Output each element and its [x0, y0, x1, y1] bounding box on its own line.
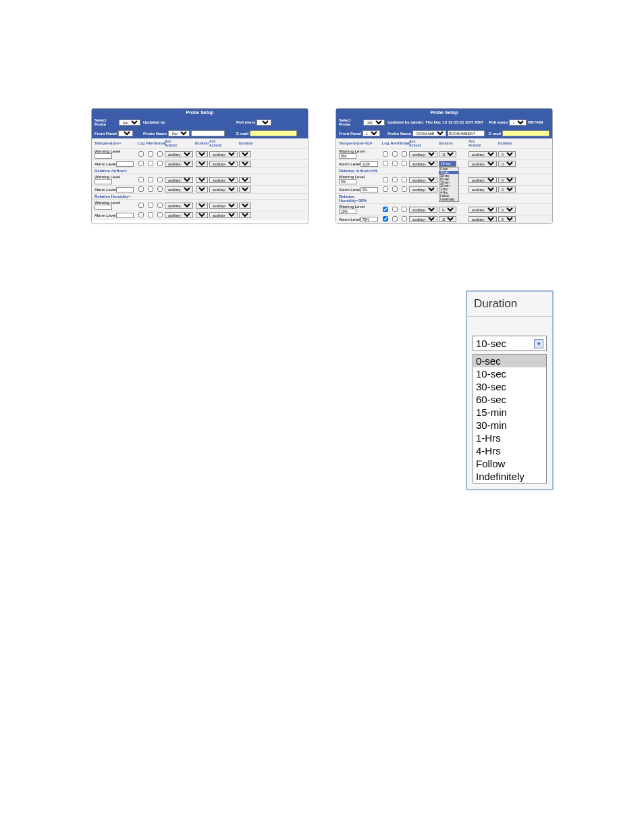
warning-airflow-input[interactable] [339, 179, 356, 184]
alert-checkbox[interactable] [148, 186, 153, 192]
warning-temp-input[interactable] [339, 153, 356, 159]
email-input[interactable] [250, 130, 297, 136]
aux2-select[interactable]: auxiliary-1 [209, 212, 238, 218]
aux1-select[interactable]: auxiliary-1 [165, 203, 193, 209]
aux1-select[interactable]: auxiliary-1 [409, 161, 437, 167]
log-checkbox[interactable] [138, 177, 144, 182]
duration-option[interactable]: 30-min [473, 419, 546, 432]
alert-checkbox[interactable] [148, 161, 153, 166]
duration-option[interactable]: 0-sec [473, 355, 546, 367]
duration-dropdown-list-open[interactable]: 0-sec10-sec30-sec60-sec15-min30-min1-Hrs… [439, 167, 459, 202]
email-checkbox[interactable] [402, 161, 407, 166]
alert-checkbox[interactable] [392, 151, 398, 157]
alarm-temp-input[interactable] [116, 161, 134, 167]
aux1-select[interactable]: auxiliary-1 [409, 177, 437, 183]
warning-airflow-input[interactable] [95, 179, 112, 184]
log-checkbox[interactable] [383, 177, 388, 182]
dur2-select[interactable]: 0-sec [498, 177, 516, 183]
dur2-select[interactable]: 0-sec [498, 216, 516, 222]
dur2-select[interactable] [239, 177, 251, 183]
duration-option[interactable]: Follow [473, 457, 546, 470]
email-checkbox[interactable] [157, 161, 163, 166]
alarm-humidity-input[interactable] [116, 213, 134, 218]
alarm-airflow-input[interactable] [360, 187, 378, 192]
email-checkbox[interactable] [402, 151, 407, 157]
alert-checkbox[interactable] [392, 207, 398, 212]
duration-option[interactable]: 15-min [473, 406, 546, 419]
select-probe-dropdown[interactable]: 201123 [363, 120, 385, 126]
dur2-select[interactable]: 0-sec [498, 151, 516, 157]
dur2-select[interactable] [239, 212, 251, 218]
aux1-select[interactable]: auxiliary-3 [409, 216, 437, 222]
duration-option[interactable]: 4-Hrs [473, 444, 546, 457]
aux2-select[interactable]: auxiliary-1 [209, 151, 238, 157]
aux2-select[interactable]: auxiliary-1 [468, 177, 497, 183]
log-checkbox[interactable] [138, 161, 144, 166]
select-probe-dropdown[interactable]: None [119, 120, 140, 126]
dur2-select[interactable] [239, 161, 251, 167]
alert-checkbox[interactable] [148, 177, 153, 182]
alert-checkbox[interactable] [148, 203, 153, 208]
email-checkbox[interactable] [402, 216, 407, 221]
dur1-select[interactable] [196, 151, 208, 157]
dur2-select[interactable] [239, 203, 251, 209]
alert-checkbox[interactable] [392, 161, 398, 166]
front-panel-dropdown[interactable]: LED 1 [363, 130, 380, 136]
dur1-select[interactable] [196, 212, 208, 218]
dur1-select[interactable]: 10-sec [439, 151, 456, 157]
log-checkbox[interactable] [383, 161, 388, 166]
aux2-select[interactable]: auxiliary-1 [209, 161, 238, 167]
email-checkbox[interactable] [157, 151, 163, 157]
aux2-select[interactable]: auxiliary-1 [209, 203, 238, 209]
dur1-select[interactable] [196, 203, 208, 209]
log-checkbox[interactable] [383, 207, 388, 212]
duration-popup-list[interactable]: 0-sec10-sec30-sec60-sec15-min30-min1-Hrs… [473, 354, 547, 484]
warning-humidity-input[interactable] [95, 205, 112, 210]
aux2-select[interactable]: auxiliary-1 [209, 177, 238, 183]
email-checkbox[interactable] [157, 177, 163, 182]
alert-checkbox[interactable] [392, 186, 398, 192]
duration-popup-select[interactable]: 10-sec ▾ [473, 336, 547, 351]
warning-humidity-input[interactable] [339, 209, 356, 214]
alarm-airflow-input[interactable] [116, 187, 134, 192]
email-checkbox[interactable] [157, 212, 163, 217]
aux1-select[interactable]: auxiliary-1 [165, 161, 193, 167]
aux2-select[interactable]: auxiliary-1 [468, 216, 497, 222]
poll-every-dropdown[interactable]: 4-Hrs [509, 120, 527, 126]
email-checkbox[interactable] [402, 207, 407, 212]
duration-option[interactable]: 1-Hrs [473, 432, 546, 444]
aux1-select[interactable]: auxiliary-1 [165, 151, 193, 157]
log-checkbox[interactable] [383, 151, 388, 157]
dur2-select[interactable]: 0-sec [498, 207, 516, 213]
aux1-select[interactable]: auxiliary-1 [409, 186, 437, 192]
aux2-select[interactable]: auxiliary-1 [468, 161, 497, 167]
aux1-select[interactable]: auxiliary-1 [409, 207, 437, 213]
dur2-select[interactable] [239, 151, 251, 157]
duration-option[interactable]: 60-sec [473, 393, 546, 406]
dur1-select-open[interactable]: 10-sec [439, 161, 456, 167]
probe-name-dropdown[interactable]: ROOM AMBIENT [412, 130, 446, 136]
aux1-select[interactable]: auxiliary-1 [165, 186, 193, 192]
log-checkbox[interactable] [383, 186, 388, 192]
dur1-select[interactable] [196, 186, 208, 192]
aux1-select[interactable]: auxiliary-1 [409, 151, 437, 157]
dur2-select[interactable]: 0-sec [498, 161, 516, 167]
alert-checkbox[interactable] [392, 177, 398, 182]
aux2-select[interactable]: auxiliary-1 [209, 186, 238, 192]
dur1-select[interactable]: 10-sec [439, 216, 456, 222]
log-checkbox[interactable] [138, 186, 144, 192]
front-panel-dropdown[interactable] [118, 130, 133, 136]
log-checkbox[interactable] [383, 216, 388, 221]
aux1-select[interactable]: auxiliary-1 [165, 177, 193, 183]
email-checkbox[interactable] [402, 177, 407, 182]
duration-option[interactable]: 10-sec [473, 367, 546, 380]
email-checkbox[interactable] [157, 203, 163, 208]
email-input[interactable] [502, 130, 549, 136]
aux2-select[interactable]: auxiliary-1 [468, 186, 497, 192]
aux1-select[interactable]: auxiliary-1 [165, 212, 193, 218]
alert-checkbox[interactable] [148, 151, 153, 157]
alert-checkbox[interactable] [148, 212, 153, 217]
probe-name-dropdown[interactable]: None [168, 130, 190, 136]
log-checkbox[interactable] [138, 151, 144, 157]
log-checkbox[interactable] [138, 203, 144, 208]
